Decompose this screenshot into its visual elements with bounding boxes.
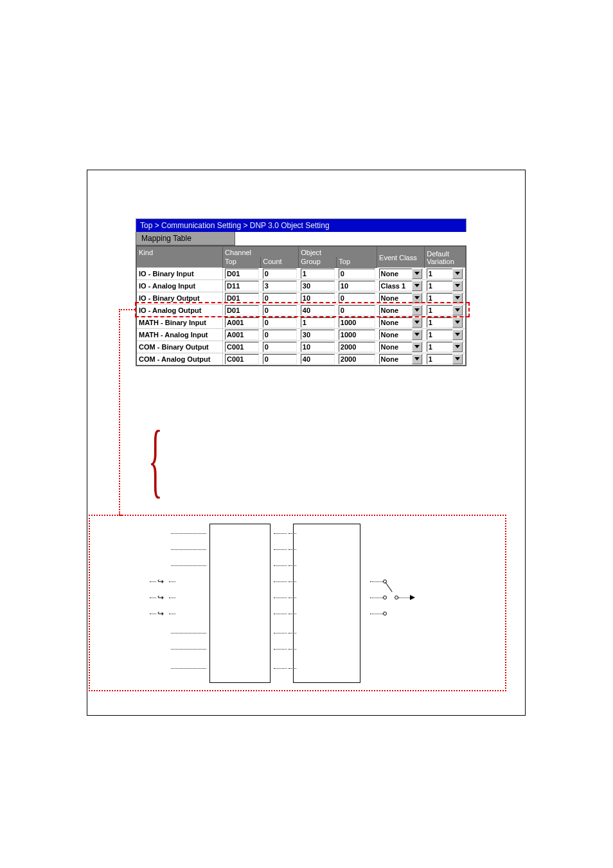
default-variation-select[interactable]: 1: [427, 293, 463, 303]
object-top-input[interactable]: 1000: [339, 317, 375, 328]
table-row: IO - Binary OutputD010100None1: [136, 292, 466, 305]
object-top-input[interactable]: 0: [339, 269, 375, 279]
tab-mapping-table[interactable]: Mapping Table: [136, 232, 235, 245]
event-class-select[interactable]: None: [379, 305, 423, 315]
channel-top-input[interactable]: C001: [225, 354, 259, 364]
channel-top-input[interactable]: A001: [225, 330, 259, 340]
channel-top-input[interactable]: C001: [225, 342, 259, 352]
channel-top-input[interactable]: D01: [225, 269, 259, 279]
diagram-right-row: [370, 598, 383, 598]
object-top-input[interactable]: 2000: [339, 354, 375, 364]
table-row: MATH - Binary InputA001011000None1: [136, 317, 466, 329]
breadcrumb: Top > Communication Setting > DNP 3.0 Ob…: [136, 218, 466, 232]
diagram-row: [171, 533, 206, 534]
object-group-input[interactable]: 1: [301, 317, 335, 328]
diagram-link: [274, 668, 287, 669]
event-class-select[interactable]: None: [379, 354, 423, 364]
diagram-link: [274, 598, 287, 598]
circle-icon: [383, 612, 387, 616]
channel-count-input[interactable]: 0: [263, 293, 297, 303]
diagram-row: [171, 633, 206, 633]
chevron-down-icon[interactable]: [452, 269, 463, 279]
default-variation-select[interactable]: 1: [427, 281, 463, 291]
channel-count-input[interactable]: 0: [263, 269, 297, 279]
chevron-down-icon[interactable]: [412, 281, 422, 291]
cell-kind: IO - Analog Input: [136, 280, 223, 292]
channel-top-input[interactable]: A001: [225, 317, 259, 328]
diagram-link: [274, 649, 287, 650]
default-variation-select[interactable]: 1: [427, 342, 463, 352]
event-class-select[interactable]: None: [379, 342, 423, 352]
diagram-link: [274, 549, 287, 550]
default-variation-select[interactable]: 1: [427, 317, 463, 328]
event-class-select[interactable]: None: [379, 269, 423, 279]
object-top-input[interactable]: 10: [339, 281, 375, 291]
event-class-select[interactable]: None: [379, 317, 423, 328]
chevron-down-icon[interactable]: [412, 269, 422, 279]
channel-count-input[interactable]: 3: [263, 281, 297, 291]
chevron-down-icon[interactable]: [452, 342, 463, 352]
diagram-left-list: [209, 524, 271, 683]
diagram-row: [169, 598, 175, 598]
channel-top-input[interactable]: D01: [225, 293, 259, 303]
object-top-input[interactable]: 0: [339, 293, 375, 303]
object-top-input[interactable]: 0: [339, 305, 375, 315]
chevron-down-icon[interactable]: [412, 354, 422, 364]
chevron-down-icon[interactable]: [412, 305, 422, 315]
diagram-link: [289, 549, 296, 550]
channel-count-input[interactable]: 0: [263, 354, 297, 364]
default-variation-select[interactable]: 1: [427, 354, 463, 364]
channel-count-input[interactable]: 0: [263, 330, 297, 340]
table-row: MATH - Analog InputA0010301000None1: [136, 329, 466, 341]
object-group-input[interactable]: 40: [301, 305, 335, 315]
object-group-input[interactable]: 30: [301, 281, 335, 291]
col-event-class: Event Class: [377, 246, 425, 268]
table-row: COM - Binary OutputC0010102000None1: [136, 341, 466, 353]
col-default-variation: Default Variation: [425, 246, 466, 268]
chevron-down-icon[interactable]: [452, 354, 463, 364]
connector-slash: [386, 582, 393, 592]
cell-kind: IO - Binary Output: [136, 292, 223, 305]
chevron-down-icon[interactable]: [452, 293, 463, 303]
event-class-select[interactable]: Class 1: [379, 281, 423, 291]
object-top-input[interactable]: 1000: [339, 330, 375, 340]
default-variation-select[interactable]: 1: [427, 330, 463, 340]
col-object-top: Top: [337, 257, 377, 268]
channel-count-input[interactable]: 0: [263, 317, 297, 328]
object-top-input[interactable]: 2000: [339, 342, 375, 352]
default-variation-select[interactable]: 1: [427, 305, 463, 315]
connector-into-diagram: [119, 515, 121, 516]
chevron-down-icon[interactable]: [452, 305, 463, 315]
chevron-down-icon[interactable]: [412, 317, 422, 328]
cell-kind: COM - Analog Output: [136, 353, 223, 366]
chevron-down-icon[interactable]: [452, 281, 463, 291]
diagram-row: [169, 581, 175, 582]
channel-count-input[interactable]: 0: [263, 342, 297, 352]
chevron-down-icon[interactable]: [412, 342, 422, 352]
event-class-select[interactable]: None: [379, 293, 423, 303]
chevron-down-icon[interactable]: [452, 317, 463, 328]
channel-top-input[interactable]: D11: [225, 281, 259, 291]
table-row: IO - Binary InputD01010None1: [136, 268, 466, 280]
item-arrow-icon: ↪: [157, 609, 164, 618]
object-group-input[interactable]: 10: [301, 293, 335, 303]
object-group-input[interactable]: 1: [301, 269, 335, 279]
diagram-link: [289, 581, 296, 582]
default-variation-select[interactable]: 1: [427, 269, 463, 279]
object-group-input[interactable]: 30: [301, 330, 335, 340]
channel-count-input[interactable]: 0: [263, 305, 297, 315]
cell-kind: MATH - Analog Input: [136, 329, 223, 341]
diagram-row: [150, 581, 156, 582]
table-row: COM - Analog OutputC0010402000None1: [136, 353, 466, 366]
diagram-link: [289, 633, 296, 633]
chevron-down-icon[interactable]: [412, 293, 422, 303]
channel-top-input[interactable]: D01: [225, 305, 259, 315]
diagram-link: [274, 633, 287, 633]
chevron-down-icon[interactable]: [452, 330, 463, 340]
object-group-input[interactable]: 40: [301, 354, 335, 364]
event-class-select[interactable]: None: [379, 330, 423, 340]
object-group-input[interactable]: 10: [301, 342, 335, 352]
col-object: Object: [299, 246, 377, 257]
cell-kind: IO - Binary Input: [136, 268, 223, 280]
chevron-down-icon[interactable]: [412, 330, 422, 340]
